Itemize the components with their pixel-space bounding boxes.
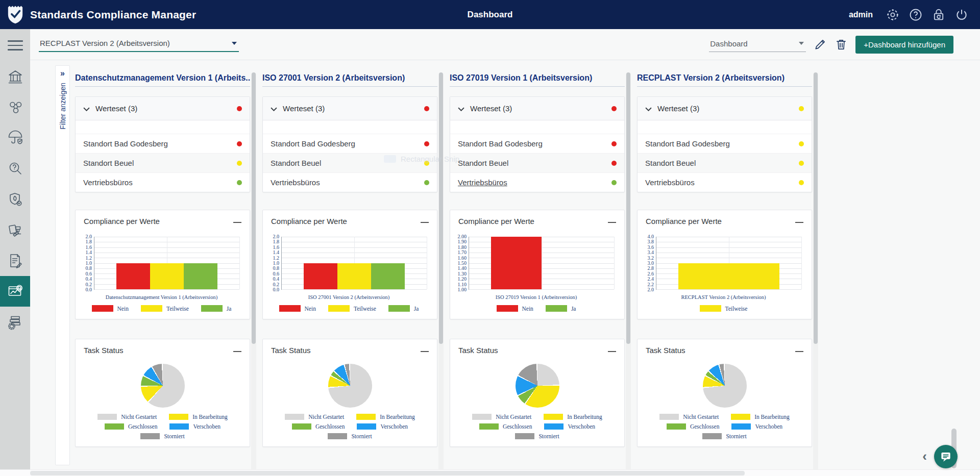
trash-icon[interactable] [835, 38, 848, 51]
legend-item[interactable]: Nicht Gestartet [97, 414, 157, 420]
sidebar-item-stamp[interactable] [0, 215, 30, 245]
werteset-item[interactable]: Standort Beuel [263, 153, 437, 172]
menu-icon[interactable] [8, 29, 23, 62]
legend-item[interactable]: Nein [497, 305, 533, 312]
collapse-icon[interactable] [795, 222, 803, 223]
legend-item[interactable]: Nein [92, 305, 129, 312]
legend-item[interactable]: Storniert [140, 433, 184, 439]
werteset-item[interactable]: Standort Beuel [76, 153, 250, 172]
collapse-icon[interactable] [421, 222, 429, 223]
pencil-icon[interactable] [814, 38, 827, 51]
sidebar-item-library[interactable] [0, 307, 30, 337]
werteset-item[interactable]: Standort Beuel [638, 153, 812, 172]
collapse-icon[interactable] [233, 351, 241, 352]
stamp-icon [7, 222, 23, 238]
werteset-item[interactable]: Vertriebsbüros [638, 172, 812, 192]
werteset-header[interactable]: Werteset (3) [263, 97, 437, 120]
column-title[interactable]: Datenschutzmanagement Version 1 (Arbeits… [75, 65, 250, 87]
werteset-header[interactable]: Werteset (3) [76, 97, 250, 120]
sidebar-item-reports[interactable] [0, 245, 30, 276]
horizontal-scrollbar-thumb[interactable] [30, 471, 745, 475]
scrollbar-thumb[interactable] [439, 72, 443, 344]
filter-panel-toggle[interactable]: » Filter anzeigen [55, 65, 70, 465]
legend-item[interactable]: Nein [279, 305, 316, 312]
legend-item[interactable]: Storniert [328, 433, 372, 439]
werteset-label: Werteset (3) [470, 104, 512, 113]
werteset-item[interactable]: Standort Bad Godesberg [450, 134, 624, 153]
sidebar-item-compliance[interactable] [0, 184, 30, 215]
werteset-item[interactable]: Standort Bad Godesberg [638, 134, 812, 153]
legend-item[interactable]: Teilweise [700, 305, 748, 312]
chart-legend-row: Nicht GestartetIn Bearbeitung [80, 414, 246, 420]
legend-item[interactable]: Geschlossen [667, 423, 720, 430]
werteset-item[interactable]: Standort Bad Godesberg [263, 134, 437, 153]
legend-label: Storniert [164, 433, 184, 439]
chevron-left-icon[interactable]: ‹ [922, 449, 927, 463]
werteset-header[interactable]: Werteset (3) [450, 97, 624, 120]
legend-swatch [659, 414, 679, 420]
legend-item[interactable]: Storniert [702, 433, 746, 439]
collapse-icon[interactable] [608, 351, 616, 352]
legend-item[interactable]: In Bearbeitung [169, 414, 228, 420]
chart-legend-row: Nicht GestartetIn Bearbeitung [267, 414, 433, 420]
scrollbar-thumb[interactable] [814, 72, 818, 344]
sidebar-item-risk[interactable] [0, 123, 30, 154]
help-icon[interactable] [909, 8, 923, 22]
werteset-item[interactable]: Vertriebsbüros [450, 172, 624, 192]
settings-icon[interactable] [886, 8, 900, 22]
scope-dropdown[interactable]: RECPLAST Version 2 (Arbeitsversion) [39, 37, 239, 52]
column-title[interactable]: ISO 27001 Version 2 (Arbeitsversion) [262, 65, 437, 87]
legend-item[interactable]: Ja [388, 305, 419, 312]
werteset-item-name: Standort Bad Godesberg [83, 139, 168, 148]
scrollbar-thumb[interactable] [626, 72, 630, 344]
werteset-header[interactable]: Werteset (3) [638, 97, 812, 120]
sidebar-item-dashboards[interactable] [0, 276, 30, 307]
sidebar-item-audit[interactable] [0, 154, 30, 184]
legend-item[interactable]: Teilweise [328, 305, 376, 312]
chat-button[interactable] [934, 445, 958, 468]
legend-item[interactable]: Ja [546, 305, 576, 312]
legend-item[interactable]: Verschoben [169, 423, 220, 430]
legend-item[interactable]: Geschlossen [105, 423, 158, 430]
werteset-item-name: Standort Beuel [458, 159, 508, 167]
power-icon[interactable] [954, 8, 969, 22]
lock-refresh-icon[interactable] [932, 8, 946, 22]
legend-item[interactable]: Storniert [515, 433, 559, 439]
legend-item[interactable]: In Bearbeitung [731, 414, 790, 420]
collapse-icon[interactable] [233, 222, 241, 223]
collapse-icon[interactable] [795, 351, 803, 352]
legend-item[interactable]: In Bearbeitung [356, 414, 415, 420]
scrollbar-thumb[interactable] [252, 72, 256, 344]
column-title[interactable]: RECPLAST Version 2 (Arbeitsversion) [637, 65, 812, 87]
legend-item[interactable]: Ja [201, 305, 232, 312]
werteset-item[interactable]: Standort Beuel [450, 153, 624, 172]
compliance-card: Compliance per Werte 2.01.81.61.41.21.00… [262, 210, 437, 319]
legend-swatch [201, 305, 223, 312]
dashboard-view-dropdown[interactable]: Dashboard [709, 37, 806, 52]
sidebar-item-entities[interactable] [0, 92, 30, 123]
legend-item[interactable]: In Bearbeitung [544, 414, 602, 420]
collapse-icon[interactable] [421, 351, 429, 352]
legend-label: Nicht Gestartet [121, 414, 157, 420]
legend-label: In Bearbeitung [192, 414, 228, 420]
legend-item[interactable]: Teilweise [141, 305, 189, 312]
column-title[interactable]: ISO 27019 Version 1 (Arbeitsversion) [450, 65, 625, 87]
werteset-item[interactable]: Standort Bad Godesberg [76, 134, 250, 153]
legend-item[interactable]: Verschoben [357, 423, 408, 430]
werteset-item[interactable]: Vertriebsbüros [76, 172, 250, 192]
legend-item[interactable]: Geschlossen [292, 423, 345, 430]
legend-item[interactable]: Nicht Gestartet [659, 414, 719, 420]
username[interactable]: admin [849, 10, 873, 19]
add-dashboard-button[interactable]: +Dashboard hinzufügen [855, 36, 953, 54]
legend-item[interactable]: Verschoben [544, 423, 595, 430]
legend-label: Verschoben [380, 423, 408, 430]
sidebar-item-bank[interactable] [0, 62, 30, 92]
compliance-bar-chart: 2.01.81.61.41.21.00.80.60.40.20.0Datensc… [76, 227, 250, 319]
legend-item[interactable]: Nicht Gestartet [472, 414, 531, 420]
legend-item[interactable]: Nicht Gestartet [285, 414, 344, 420]
bar-chart-body: 2.01.81.61.41.21.00.80.60.40.20.0Datensc… [76, 227, 250, 319]
legend-item[interactable]: Verschoben [731, 423, 782, 430]
legend-item[interactable]: Geschlossen [479, 423, 532, 430]
collapse-icon[interactable] [608, 222, 616, 223]
werteset-item[interactable]: Vertriebsbüros [263, 172, 437, 192]
